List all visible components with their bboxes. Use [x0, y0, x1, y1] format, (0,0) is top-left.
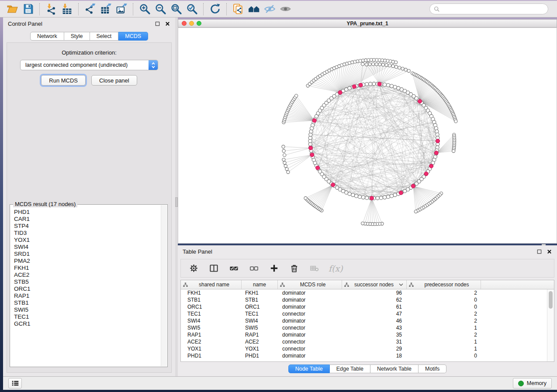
mcds-result-item[interactable]: TID3: [14, 230, 160, 237]
tab-select[interactable]: Select: [90, 32, 119, 41]
tab-network[interactable]: Network: [30, 32, 64, 41]
zoom-selected-icon[interactable]: [184, 2, 200, 16]
search-field[interactable]: [429, 3, 548, 14]
cell-mcds-role[interactable]: dominator: [278, 332, 342, 338]
settings-gear-icon[interactable]: [188, 263, 199, 274]
mcds-result-item[interactable]: FKH1: [14, 265, 160, 272]
first-neighbors-icon[interactable]: [246, 2, 262, 16]
tab-motifs[interactable]: Motifs: [419, 364, 446, 373]
optimization-criterion-select[interactable]: largest connected component (undirected): [20, 60, 158, 70]
mcds-result-item[interactable]: SWI4: [14, 244, 160, 251]
mcds-result-item[interactable]: GCR1: [14, 320, 160, 327]
table-row[interactable]: YOX1YOX1connector291: [181, 345, 547, 352]
scrollbar-thumb[interactable]: [549, 291, 553, 309]
cell-successor-nodes[interactable]: 35: [342, 332, 407, 338]
cell-mcds-role[interactable]: connector: [278, 346, 342, 352]
cell-name[interactable]: TEC1: [242, 311, 278, 317]
mcds-result-item[interactable]: SRD1: [14, 251, 160, 258]
cell-shared-name[interactable]: SWI4: [181, 318, 242, 324]
cell-successor-nodes[interactable]: 18: [342, 353, 407, 359]
export-table-icon[interactable]: [98, 2, 114, 16]
table-row[interactable]: PHD1PHD1dominator180: [181, 352, 547, 359]
tab-network-table[interactable]: Network Table: [370, 364, 419, 373]
import-network-icon[interactable]: [43, 2, 59, 16]
mcds-result-item[interactable]: ACE2: [14, 272, 160, 279]
cell-predecessor-nodes[interactable]: 0: [407, 353, 481, 359]
mcds-result-scrollbar[interactable]: [161, 205, 167, 366]
tab-edge-table[interactable]: Edge Table: [330, 364, 370, 373]
cell-predecessor-nodes[interactable]: 0: [407, 304, 481, 310]
cell-shared-name[interactable]: ACE2: [181, 339, 242, 345]
cell-mcds-role[interactable]: dominator: [278, 304, 342, 310]
cell-successor-nodes[interactable]: 43: [342, 325, 407, 331]
cell-successor-nodes[interactable]: 31: [342, 339, 407, 345]
cell-successor-nodes[interactable]: 47: [342, 311, 407, 317]
run-mcds-button[interactable]: Run MCDS: [41, 75, 86, 86]
close-panel-button[interactable]: Close panel: [91, 75, 137, 86]
mcds-result-list[interactable]: PHD1CAR1STP4TID3YOX1SWI4SRD1PMA2FKH1ACE2…: [10, 206, 160, 366]
float-panel-icon[interactable]: [154, 21, 160, 27]
table-row[interactable]: RAP1RAP1dominator352: [181, 331, 547, 338]
cell-successor-nodes[interactable]: 29: [342, 346, 407, 352]
cell-name[interactable]: PHD1: [242, 353, 278, 359]
table-row[interactable]: TEC1TEC1connector472: [181, 310, 547, 317]
cell-shared-name[interactable]: TEC1: [181, 311, 242, 317]
tab-style[interactable]: Style: [64, 32, 90, 41]
cell-predecessor-nodes[interactable]: 2: [407, 318, 481, 324]
cell-name[interactable]: STB1: [242, 297, 278, 303]
cell-name[interactable]: ORC1: [242, 304, 278, 310]
import-table-icon[interactable]: [59, 2, 75, 16]
open-file-icon[interactable]: [4, 2, 20, 16]
cell-shared-name[interactable]: SWI5: [181, 325, 242, 331]
cell-shared-name[interactable]: YOX1: [181, 346, 242, 352]
export-network-icon[interactable]: [82, 2, 98, 16]
save-session-icon[interactable]: [20, 2, 36, 16]
refresh-layout-icon[interactable]: [207, 2, 223, 16]
mcds-result-item[interactable]: RAP1: [14, 292, 160, 299]
column-header-successor-nodes[interactable]: successor nodes: [342, 280, 407, 289]
search-input[interactable]: [442, 6, 544, 12]
mcds-result-item[interactable]: STP4: [14, 223, 160, 230]
table-row[interactable]: SWI4SWI4dominator462: [181, 317, 547, 324]
table-row[interactable]: FKH1FKH1dominator962: [181, 289, 547, 296]
cell-name[interactable]: FKH1: [242, 290, 278, 296]
cell-successor-nodes[interactable]: 46: [342, 318, 407, 324]
column-visibility-icon[interactable]: [208, 263, 219, 274]
cell-predecessor-nodes[interactable]: 2: [407, 290, 481, 296]
cell-successor-nodes[interactable]: 96: [342, 290, 407, 296]
close-panel-icon[interactable]: [164, 21, 170, 27]
show-all-icon[interactable]: [277, 2, 293, 16]
deselect-all-rows-icon[interactable]: [248, 263, 259, 274]
column-header-name[interactable]: name: [242, 280, 278, 289]
function-builder-icon[interactable]: f(x): [329, 263, 343, 274]
cell-mcds-role[interactable]: connector: [278, 311, 342, 317]
mcds-result-item[interactable]: PMA2: [14, 258, 160, 265]
mcds-result-item[interactable]: TEC1: [14, 313, 160, 320]
cell-predecessor-nodes[interactable]: 1: [407, 346, 481, 352]
mcds-result-item[interactable]: CAR1: [14, 216, 160, 223]
zoom-out-icon[interactable]: [152, 2, 168, 16]
cell-predecessor-nodes[interactable]: 2: [407, 332, 481, 338]
table-row[interactable]: STB1STB1dominator620: [181, 296, 547, 303]
mcds-result-item[interactable]: SWI5: [14, 306, 160, 313]
cell-name[interactable]: SWI5: [242, 325, 278, 331]
cell-mcds-role[interactable]: dominator: [278, 318, 342, 324]
zoom-fit-icon[interactable]: [168, 2, 184, 16]
delete-table-icon[interactable]: [308, 263, 320, 274]
cell-shared-name[interactable]: ORC1: [181, 304, 242, 310]
cell-shared-name[interactable]: PHD1: [181, 353, 242, 359]
column-header-mcds-role[interactable]: MCDS role: [278, 280, 342, 289]
cell-mcds-role[interactable]: connector: [278, 325, 342, 331]
zoom-in-icon[interactable]: [137, 2, 152, 16]
select-all-rows-icon[interactable]: [228, 263, 239, 274]
table-scrollbar[interactable]: [547, 289, 554, 361]
cell-name[interactable]: SWI4: [242, 318, 278, 324]
cell-shared-name[interactable]: FKH1: [181, 290, 242, 296]
cell-name[interactable]: ACE2: [242, 339, 278, 345]
table-row[interactable]: ACE2ACE2connector311: [181, 338, 547, 345]
export-image-icon[interactable]: [114, 2, 129, 16]
cell-shared-name[interactable]: STB1: [181, 297, 242, 303]
table-row[interactable]: ORC1ORC1dominator610: [181, 303, 547, 310]
float-panel-icon[interactable]: [536, 248, 542, 254]
cell-mcds-role[interactable]: connector: [278, 339, 342, 345]
